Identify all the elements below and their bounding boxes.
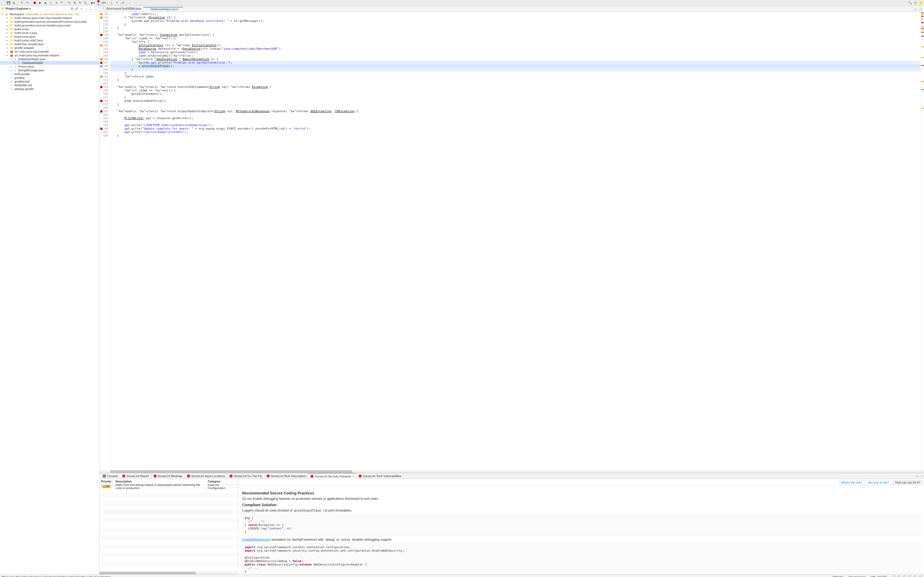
close-icon[interactable]: × <box>352 475 354 478</box>
tree-item[interactable]: ▸📁build.generated.sources.headers.java.m… <box>0 24 99 27</box>
ruler-info-icon[interactable] <box>921 89 924 90</box>
minimize-icon[interactable]: — <box>89 7 93 11</box>
editor-tab[interactable]: JBenchmarkTest00008.java <box>99 7 144 10</box>
twisty-icon[interactable]: ▸ <box>6 47 8 49</box>
ruler-warn-icon[interactable] <box>921 18 924 19</box>
ruler-warn-icon[interactable] <box>921 29 924 30</box>
code-line[interactable]: } "kw">catch (SQLException | NamingExcep… <box>110 57 920 61</box>
panel-tab[interactable]: SonarLint Rule Description <box>265 473 308 479</box>
code-line[interactable] <box>110 113 920 116</box>
tree-item[interactable]: ▸CDatabaseHelper <box>0 61 99 64</box>
tree-item[interactable]: 📄README.md <box>0 83 99 87</box>
editor-body[interactable]: 1331341351361371381391401411421431441451… <box>99 12 924 470</box>
tb-forward-icon[interactable]: → <box>133 1 137 5</box>
twisty-icon[interactable]: ▸ <box>6 32 8 34</box>
gutter-line[interactable]: 153 <box>99 82 108 85</box>
tb-format-icon[interactable]: ¶ <box>67 1 71 5</box>
code-line[interactable]: PrintWriter out = response.getWriter(); <box>110 116 920 120</box>
tb-perspective-icon[interactable]: ◫ <box>913 1 918 5</box>
sb-icon[interactable] <box>908 575 912 577</box>
code-line[interactable]: "kw">if (conn == "kw">null) { <box>110 37 920 40</box>
tb-extrun-icon[interactable]: ⚙▾ <box>102 1 106 5</box>
code-line[interactable] <box>110 82 920 85</box>
gutter-line[interactable]: 158 <box>99 99 108 103</box>
tree-item[interactable]: ▾JDatabaseHelper.java <box>0 57 99 61</box>
panel-tab[interactable]: SonarLint On-The-Fly <box>227 473 265 479</box>
gutter-line[interactable]: 149 <box>99 68 108 71</box>
code-line[interactable]: } <box>110 26 920 30</box>
gutter-line[interactable]: 165 <box>99 123 108 127</box>
code-line[interactable]: } "kw">catch (Exception e1) { <box>110 16 920 19</box>
code-line[interactable]: } <box>110 68 920 71</box>
panel-tab[interactable]: Console <box>100 473 120 479</box>
ruler-warn-icon[interactable] <box>921 47 924 47</box>
twisty-icon[interactable]: ▸ <box>10 65 12 68</box>
overview-ruler[interactable] <box>920 12 924 470</box>
tree-item[interactable]: ▸📁gradle.wrapper <box>0 46 99 50</box>
ruler-warn-icon[interactable] <box>921 81 924 82</box>
gutter-line[interactable]: 144 <box>99 50 108 54</box>
gutter-line[interactable]: 164 <box>99 120 108 123</box>
code-line[interactable]: } <box>110 134 920 137</box>
panel-tab[interactable]: SonarLint Bindings <box>151 473 185 479</box>
gutter-line[interactable]: 136 <box>99 23 108 26</box>
ruler-warn-icon[interactable] <box>921 26 924 26</box>
twisty-icon[interactable]: ▸ <box>6 20 8 23</box>
tb-quickaccess-icon[interactable]: 🔍 <box>908 1 912 5</box>
gutter-line[interactable]: 155 <box>99 89 108 92</box>
ruler-err-icon[interactable] <box>921 65 924 66</box>
tree-item[interactable]: ▸JPerson.java <box>0 64 99 68</box>
gutter-line[interactable]: 159 <box>99 103 108 106</box>
tree-item[interactable]: ▸📦src.main.java.org.example <box>0 50 99 53</box>
action-tab[interactable]: What's the risk? <box>839 480 864 485</box>
gutter-line[interactable]: 152 <box>99 78 108 82</box>
code-line[interactable]: "kw">return conn; <box>110 75 920 78</box>
ruler-err-icon[interactable] <box>921 32 924 32</box>
gutter-line[interactable]: 147 <box>99 61 108 64</box>
code-line[interactable]: conn.setAutoCommit("kw">false); <box>110 54 920 57</box>
code-line[interactable]: } <box>110 96 920 99</box>
editor-maximize-icon[interactable]: □ <box>919 7 923 11</box>
link-editor-icon[interactable]: 🔗 <box>74 7 79 11</box>
tree-item[interactable]: ▸📁build.sonar <box>0 27 99 31</box>
tb-refactor-icon[interactable]: ✎ <box>78 1 82 5</box>
editor-minimize-icon[interactable]: — <box>913 7 918 11</box>
tb-gitpush-icon[interactable]: ⭱ <box>115 1 119 5</box>
code-line[interactable] <box>110 120 920 123</box>
tb-back-icon[interactable]: ← <box>128 1 132 5</box>
tb-stepin-icon[interactable]: ↴ <box>54 1 58 5</box>
tree-item[interactable]: ▸📁build.classes.java.main.org.example.he… <box>0 16 99 20</box>
tb-debug-icon[interactable]: 🐞 <box>32 1 37 5</box>
code-line[interactable]: out.write("</p>\n</body>\n</html>"); <box>110 131 920 134</box>
code-line[interactable] <box>110 30 920 33</box>
tb-new-icon[interactable]: 📄 <box>1 1 5 5</box>
code-line[interactable]: "kw">public "kw">static Connection getSq… <box>110 33 920 37</box>
enablewebsecurity-link[interactable]: EnableWebSecurity <box>242 538 270 542</box>
tree-item[interactable]: 📄gradlew.bat <box>0 80 99 83</box>
hotspot-row[interactable]: LOWMake sure this debug feature is deact… <box>99 484 238 488</box>
code-line[interactable]: out.write("Update complete for query: " … <box>110 127 920 131</box>
tb-gitpull-icon[interactable]: ⭳ <box>109 1 114 5</box>
close-icon[interactable]: × <box>29 7 31 10</box>
gutter-line[interactable]: 145 <box>99 54 108 57</box>
twisty-icon[interactable]: ▸ <box>6 35 8 38</box>
col-category[interactable]: Category <box>206 479 238 484</box>
gutter-line[interactable]: 161 <box>99 110 108 113</box>
twisty-icon[interactable]: ▸ <box>10 69 12 72</box>
code-line[interactable]: DataSource datasource = (DataSource)ctx.… <box>110 47 920 50</box>
gutter-line[interactable]: 168 <box>99 134 108 137</box>
gutter-line[interactable]: 133 <box>99 12 108 16</box>
tree-item[interactable]: ▸📁build.sonar.java <box>0 35 99 39</box>
view-menu-icon[interactable]: ⋮ <box>84 7 89 11</box>
code-line[interactable]: e.printStackTrace(); <box>110 64 920 68</box>
code-line[interactable]: } <box>110 23 920 26</box>
twisty-icon[interactable]: ▸ <box>6 50 8 53</box>
code-line[interactable]: "kw">if (stmt == "kw">null) { <box>110 89 920 92</box>
tree-item[interactable]: ▸JStringMessage.java <box>0 68 99 72</box>
ruler-err-icon[interactable] <box>921 23 924 23</box>
code-line[interactable]: System.out.println("Problem with databas… <box>110 19 920 23</box>
gutter-line[interactable]: 140 <box>99 37 108 40</box>
twisty-icon[interactable]: ▾ <box>10 58 12 60</box>
gutter-line[interactable]: 154 <box>99 85 108 89</box>
tb-runcfg-icon[interactable]: ▶▾ <box>91 1 95 5</box>
